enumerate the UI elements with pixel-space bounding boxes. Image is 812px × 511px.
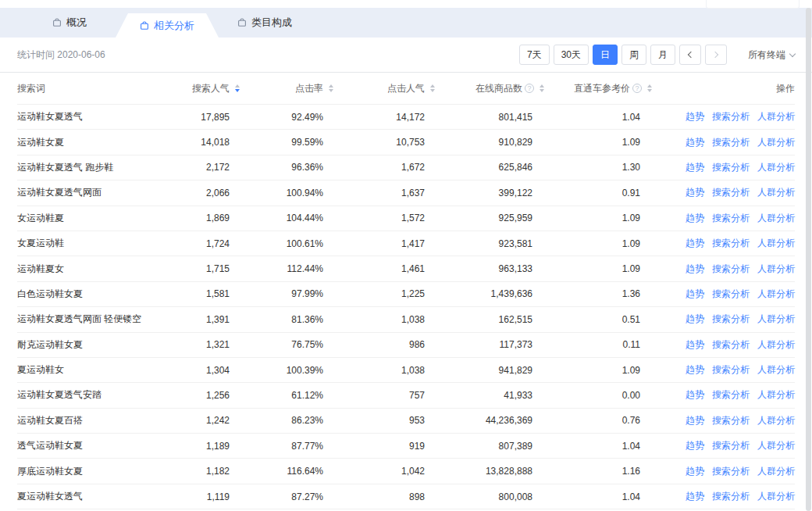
trend-link[interactable]: 趋势	[686, 338, 704, 352]
search-analysis-link[interactable]: 搜索分析	[712, 388, 750, 402]
search-analysis-link[interactable]: 搜索分析	[712, 363, 750, 377]
trend-link[interactable]: 趋势	[686, 439, 704, 452]
trend-link[interactable]: 趋势	[686, 110, 704, 123]
click-popularity-cell: 1,637	[336, 188, 437, 198]
col-header-label: 点击人气	[387, 82, 425, 95]
online-products-cell: 807,389	[437, 441, 547, 452]
online-products-cell: 44,236,369	[437, 415, 547, 426]
toolbar: 统计时间 2020-06-06 7天 30天 日 周 月 所有终端	[0, 38, 812, 73]
col-header-actions: 操作	[654, 82, 795, 95]
trend-link[interactable]: 趋势	[686, 263, 704, 276]
sort-icon[interactable]	[427, 84, 437, 92]
trend-link[interactable]: 趋势	[686, 161, 704, 174]
crowd-analysis-link[interactable]: 人群分析	[757, 212, 795, 225]
trend-link[interactable]: 趋势	[686, 363, 704, 377]
search-analysis-link[interactable]: 搜索分析	[712, 263, 750, 276]
crowd-analysis-link[interactable]: 人群分析	[757, 439, 795, 452]
crowd-analysis-link[interactable]: 人群分析	[757, 414, 795, 427]
crowd-analysis-link[interactable]: 人群分析	[757, 161, 795, 174]
trend-link[interactable]: 趋势	[686, 136, 704, 149]
search-analysis-link[interactable]: 搜索分析	[712, 161, 750, 174]
sort-icon[interactable]	[536, 84, 547, 92]
trend-link[interactable]: 趋势	[686, 414, 704, 427]
tab-overview[interactable]: 概况	[23, 8, 116, 38]
search-analysis-link[interactable]: 搜索分析	[712, 288, 750, 301]
col-header-click-rate[interactable]: 点击率	[242, 82, 336, 95]
search-popularity-cell: 1,724	[173, 238, 242, 249]
search-analysis-link[interactable]: 搜索分析	[712, 212, 750, 225]
search-analysis-link[interactable]: 搜索分析	[712, 414, 750, 427]
search-popularity-cell: 17,895	[173, 112, 242, 123]
crowd-analysis-link[interactable]: 人群分析	[757, 237, 795, 250]
scrollbar[interactable]	[806, 8, 811, 511]
trend-link[interactable]: 趋势	[686, 313, 704, 326]
col-header-search-popularity[interactable]: 搜索人气	[173, 82, 242, 95]
terminal-dropdown[interactable]: 所有终端	[748, 48, 795, 62]
search-analysis-link[interactable]: 搜索分析	[712, 490, 750, 503]
search-analysis-link[interactable]: 搜索分析	[712, 237, 750, 250]
col-header-online-products[interactable]: 在线商品数 ?	[437, 82, 547, 95]
range-7d-button[interactable]: 7天	[519, 45, 550, 65]
click-popularity-cell: 1,038	[336, 314, 437, 325]
sort-icon[interactable]	[644, 84, 654, 92]
search-analysis-link[interactable]: 搜索分析	[712, 338, 750, 352]
search-popularity-cell: 1,715	[173, 263, 242, 274]
online-products-cell: 117,373	[437, 339, 547, 350]
trend-link[interactable]: 趋势	[686, 288, 704, 301]
page: 概况 相关分析 类目构成 统计时间 2020-06-06 7天 30天 日 周 …	[0, 0, 812, 511]
search-analysis-link[interactable]: 搜索分析	[712, 439, 750, 452]
keyword-cell: 白色运动鞋女夏	[17, 288, 173, 301]
tab-related-analysis[interactable]: 相关分析	[116, 13, 219, 38]
crowd-analysis-link[interactable]: 人群分析	[757, 313, 795, 326]
tab-label: 类目构成	[251, 16, 292, 30]
keyword-cell: 透气运动鞋女夏	[17, 439, 173, 452]
actions-cell: 趋势 搜索分析 人群分析	[654, 212, 795, 225]
table-row: 透气运动鞋女夏 1,189 87.77% 919 807,389 1.04 趋势…	[17, 434, 795, 459]
click-popularity-cell: 898	[336, 491, 437, 502]
range-week-button[interactable]: 周	[621, 45, 646, 65]
table-row: 耐克运动鞋女夏 1,321 76.75% 986 117,373 0.11 趋势…	[17, 333, 795, 358]
crowd-analysis-link[interactable]: 人群分析	[757, 388, 795, 402]
crowd-analysis-link[interactable]: 人群分析	[757, 136, 795, 149]
tab-category-composition[interactable]: 类目构成	[219, 8, 311, 38]
trend-link[interactable]: 趋势	[686, 186, 704, 199]
range-30d-button[interactable]: 30天	[554, 45, 589, 65]
trend-link[interactable]: 趋势	[686, 388, 704, 402]
search-analysis-link[interactable]: 搜索分析	[712, 136, 750, 149]
help-icon[interactable]: ?	[632, 84, 642, 93]
ref-price-cell: 0.91	[547, 188, 654, 198]
search-analysis-link[interactable]: 搜索分析	[712, 313, 750, 326]
sort-icon[interactable]	[326, 84, 336, 92]
table-header: 搜索词 搜索人气 点击率 点击人气 在线商品数 ? 直通车参考价 ?	[17, 73, 795, 105]
col-header-click-popularity[interactable]: 点击人气	[336, 82, 437, 95]
trend-link[interactable]: 趋势	[686, 465, 704, 478]
trend-link[interactable]: 趋势	[686, 212, 704, 225]
online-products-cell: 925,959	[437, 213, 547, 223]
range-month-button[interactable]: 月	[650, 45, 675, 65]
click-rate-cell: 97.99%	[242, 288, 336, 299]
search-analysis-link[interactable]: 搜索分析	[712, 465, 750, 478]
online-products-cell: 963,133	[437, 263, 547, 274]
col-header-ref-price[interactable]: 直通车参考价 ?	[547, 82, 654, 95]
table-row: 女运动鞋夏 1,869 104.44% 1,572 925,959 1.09 趋…	[17, 206, 795, 231]
crowd-analysis-link[interactable]: 人群分析	[757, 186, 795, 199]
table-body: 运动鞋女夏透气 17,895 92.49% 14,172 801,415 1.0…	[17, 105, 795, 509]
bag-icon	[237, 18, 247, 27]
crowd-analysis-link[interactable]: 人群分析	[757, 288, 795, 301]
sort-icon[interactable]	[232, 84, 242, 92]
crowd-analysis-link[interactable]: 人群分析	[757, 110, 795, 123]
crowd-analysis-link[interactable]: 人群分析	[757, 263, 795, 276]
help-icon[interactable]: ?	[525, 84, 534, 93]
range-day-button[interactable]: 日	[593, 45, 618, 65]
crowd-analysis-link[interactable]: 人群分析	[757, 465, 795, 478]
next-button[interactable]	[705, 45, 727, 65]
crowd-analysis-link[interactable]: 人群分析	[757, 490, 795, 503]
search-analysis-link[interactable]: 搜索分析	[712, 110, 750, 123]
col-header-keyword: 搜索词	[17, 82, 173, 95]
prev-button[interactable]	[679, 45, 701, 65]
trend-link[interactable]: 趋势	[686, 237, 704, 250]
search-analysis-link[interactable]: 搜索分析	[712, 186, 750, 199]
crowd-analysis-link[interactable]: 人群分析	[757, 363, 795, 377]
crowd-analysis-link[interactable]: 人群分析	[757, 338, 795, 352]
trend-link[interactable]: 趋势	[686, 490, 704, 503]
